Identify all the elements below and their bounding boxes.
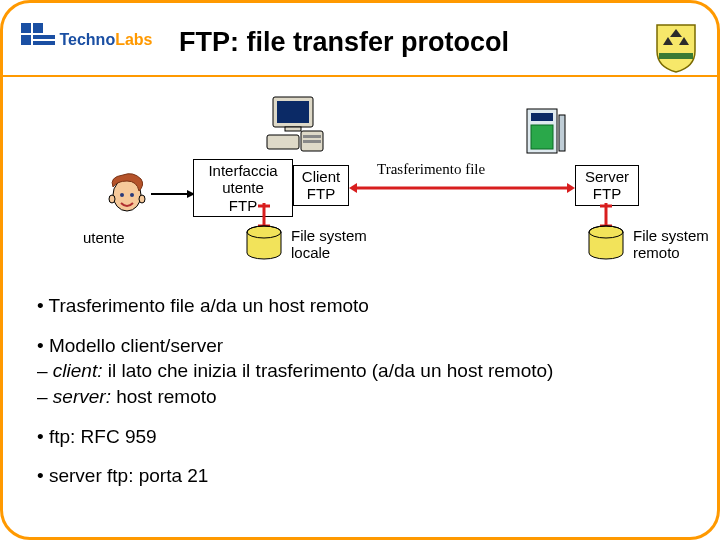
bullet-2a: client: il lato che inizia il trasferime… [37,358,683,384]
svg-rect-14 [303,140,321,143]
user-label: utente [83,229,125,246]
fs-remote-label: File systemremoto [633,227,709,262]
svg-point-5 [139,195,145,203]
server-tower-icon [523,105,567,155]
bullet-2a-prefix: client: [53,360,103,381]
header: TechnoLabs FTP: file transfer protocol [3,21,717,77]
transfer-line-icon [349,181,575,195]
slide: TechnoLabs FTP: file transfer protocol u… [0,0,720,540]
svg-rect-0 [659,53,693,59]
box-client: ClientFTP [293,165,349,206]
svg-rect-9 [277,101,309,123]
bullet-2b-rest: host remoto [111,386,217,407]
page-title: FTP: file transfer protocol [179,27,509,58]
svg-rect-20 [531,125,553,149]
bullet-2b: server: host remoto [37,384,683,410]
bullet-3-text: ftp: RFC 959 [49,426,157,447]
fs-local-label: File systemlocale [291,227,367,262]
box-client-text: ClientFTP [302,168,340,202]
bullet-2-text: Modello client/server [49,335,223,356]
logo-text-part2: Labs [115,31,152,48]
bullet-4: server ftp: porta 21 [37,463,683,489]
cylinder-remote-icon [587,225,625,261]
bullet-2b-prefix: server: [53,386,111,407]
svg-rect-21 [559,115,565,151]
svg-rect-10 [285,127,301,131]
bullet-2a-rest: il lato che inizia il trasferimento (a/d… [103,360,554,381]
user-face-icon [103,169,151,217]
cylinder-local-icon [245,225,283,261]
svg-point-2 [120,193,124,197]
bullet-1: Trasferimento file a/da un host remoto [37,293,683,319]
bullet-4-text: server ftp: porta 21 [49,465,208,486]
logo: TechnoLabs [21,23,161,65]
svg-rect-11 [267,135,299,149]
svg-point-4 [109,195,115,203]
svg-rect-19 [531,113,553,121]
transfer-label: Trasferimento file [377,161,485,178]
bullet-list: Trasferimento file a/da un host remoto M… [37,293,683,503]
bullet-3: ftp: RFC 959 [37,424,683,450]
box-interface: InterfacciautenteFTP [193,159,293,217]
diagram: utente InterfacciautenteFTP ClientFTP [3,99,717,279]
logo-text-part1: Techno [59,31,115,48]
bullet-2: Modello client/server client: il lato ch… [37,333,683,410]
box-server-text: ServerFTP [585,168,629,202]
box-server: ServerFTP [575,165,639,206]
svg-point-3 [130,193,134,197]
computer-icon [263,95,327,153]
svg-marker-17 [567,183,575,193]
svg-marker-16 [349,183,357,193]
bullet-1-text: Trasferimento file a/da un host remoto [49,295,369,316]
arrow-user-to-interface-icon [151,189,195,199]
svg-rect-13 [303,135,321,138]
logo-mark-icon [21,23,55,57]
crest-icon [655,23,697,73]
